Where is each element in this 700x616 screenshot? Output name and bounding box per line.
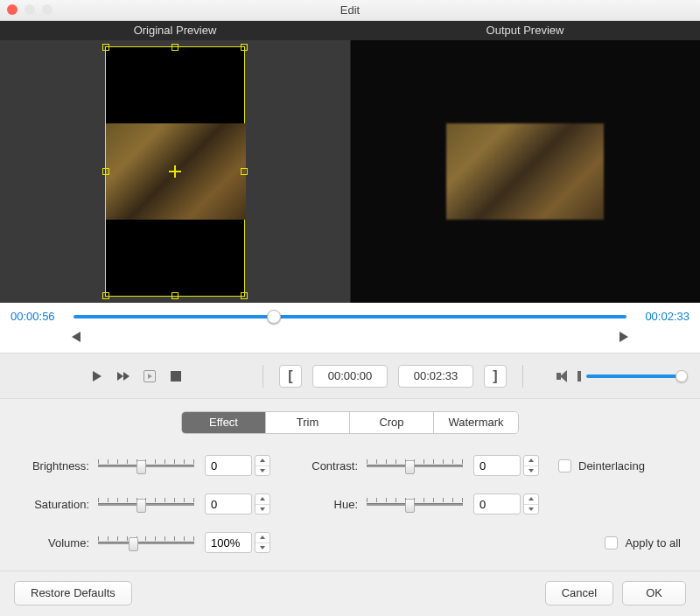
volume-icon[interactable] [556,370,570,382]
brightness-label: Brightness: [14,459,98,472]
timeline: 00:00:56 00:02:33 [0,303,700,354]
tab-trim[interactable]: Trim [266,412,350,433]
hue-input[interactable] [473,494,521,514]
restore-defaults-button[interactable]: Restore Defaults [14,581,132,606]
stop-button[interactable] [168,368,184,384]
zoom-window-button[interactable] [42,4,52,15]
ff-icon [117,372,123,381]
saturation-slider[interactable] [98,495,194,513]
ff-icon [123,372,130,381]
tab-watermark[interactable]: Watermark [434,412,518,433]
volume-effect-slider[interactable] [98,534,194,551]
apply-all-checkbox[interactable] [605,536,618,550]
volume-knob[interactable] [676,370,688,382]
ok-button[interactable]: OK [622,581,686,606]
fast-forward-button[interactable] [116,368,131,384]
seek-slider[interactable] [74,312,626,322]
crop-handle-sw[interactable] [102,292,109,299]
crop-handle-ne[interactable] [241,44,248,51]
preview-header: Original Preview Output Preview [0,21,700,40]
seek-knob[interactable] [267,310,281,324]
crop-handle-w[interactable] [102,168,109,175]
footer: Restore Defaults Cancel OK [0,570,700,614]
saturation-label: Saturation: [14,498,98,511]
in-marker-icon[interactable] [72,332,80,342]
step-icon [144,370,156,382]
output-preview-label: Output Preview [350,21,700,40]
step-button[interactable] [142,368,158,384]
brightness-slider[interactable] [98,457,194,474]
set-out-button[interactable]: ] [484,365,507,388]
crop-handle-se[interactable] [241,292,248,299]
window-controls [7,4,52,15]
play-icon [93,371,102,382]
volume-stepper[interactable] [255,532,270,553]
play-button[interactable] [89,368,105,384]
brightness-stepper[interactable] [255,455,270,476]
titlebar: Edit [0,0,700,21]
preview-area [0,40,700,303]
output-preview-pane [351,40,701,303]
in-time-field[interactable]: 00:00:00 [312,365,388,388]
original-preview-label: Original Preview [0,21,350,40]
stop-icon [171,371,181,382]
contrast-stepper[interactable] [523,455,539,476]
separator [262,365,263,388]
hue-slider[interactable] [367,495,463,513]
out-time-field[interactable]: 00:02:33 [398,365,473,388]
tab-effect[interactable]: Effect [182,412,266,433]
minimize-window-button[interactable] [24,4,35,15]
crop-selection[interactable] [105,46,245,297]
total-time: 00:02:33 [635,310,690,323]
saturation-input[interactable] [205,494,252,514]
apply-all-label: Apply to all [625,536,681,550]
effect-panel: Brightness: Contrast: Deinterlacing Satu… [0,441,700,570]
volume-icon-bar [578,371,581,382]
contrast-input[interactable] [473,455,521,476]
volume-input[interactable] [205,532,252,553]
close-window-button[interactable] [7,4,18,15]
saturation-stepper[interactable] [255,494,270,514]
set-in-button[interactable]: [ [279,365,302,388]
contrast-slider[interactable] [367,457,463,474]
tab-crop[interactable]: Crop [350,412,434,433]
hue-stepper[interactable] [523,494,539,514]
window-title: Edit [340,4,360,17]
brightness-input[interactable] [205,455,252,476]
contrast-label: Contrast: [297,459,367,472]
volume-control [556,370,682,382]
output-frame-thumb [446,123,604,220]
crop-handle-n[interactable] [172,44,178,51]
hue-label: Hue: [297,498,367,511]
volume-label: Volume: [14,536,98,550]
crop-center-icon [169,165,181,178]
out-marker-icon[interactable] [620,332,628,342]
crop-handle-e[interactable] [241,168,248,175]
separator [522,365,523,388]
deinterlacing-checkbox[interactable] [558,459,571,472]
crop-handle-nw[interactable] [102,44,109,51]
tab-bar: Effect Trim Crop Watermark [0,399,700,441]
original-preview-pane [0,40,351,303]
cancel-button[interactable]: Cancel [545,581,613,606]
playback-controls: [ 00:00:00 00:02:33 ] [0,354,700,399]
deinterlacing-label: Deinterlacing [578,459,645,472]
volume-slider[interactable] [586,374,682,378]
crop-handle-s[interactable] [172,292,178,299]
current-time: 00:00:56 [10,310,65,323]
